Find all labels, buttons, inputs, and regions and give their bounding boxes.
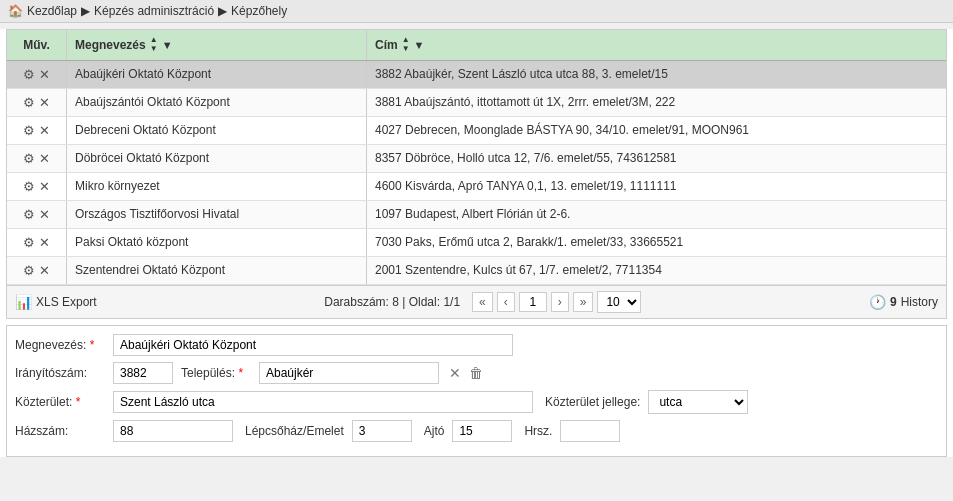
edit-icon[interactable]: ⚙	[23, 95, 35, 110]
row-actions: ⚙ ✕	[7, 257, 67, 284]
row-address: 4027 Debrecen, Moonglade BÁSTYA 90, 34/1…	[367, 117, 946, 144]
page-prev-button[interactable]: ‹	[497, 292, 515, 312]
street-input[interactable]	[113, 391, 533, 413]
filter-address-icon[interactable]: ▼	[414, 39, 425, 51]
breadcrumb-sep1: ▶	[81, 4, 90, 18]
edit-icon[interactable]: ⚙	[23, 67, 35, 82]
page-next-button[interactable]: ›	[551, 292, 569, 312]
edit-icon[interactable]: ⚙	[23, 263, 35, 278]
xls-icon: 📊	[15, 294, 32, 310]
breadcrumb-level2[interactable]: Képzőhely	[231, 4, 287, 18]
row-name: Abaújkéri Oktató Központ	[67, 61, 367, 88]
name-label: Megnevezés: *	[15, 338, 105, 352]
street-type-label: Közterület jellege:	[545, 395, 640, 409]
form-row-street: Közterület: * Közterület jellege: utca ú…	[15, 390, 938, 414]
data-table: Műv. Megnevezés ▲▼ ▼ Cím ▲▼ ▼ ⚙ ✕	[6, 29, 947, 319]
pagination-controls: Darabszám: 8 | Oldal: 1/1 « ‹ › » 10 20 …	[324, 291, 641, 313]
breadcrumb: 🏠 Kezdőlap ▶ Képzés adminisztráció ▶ Kép…	[0, 0, 953, 23]
filter-name-icon[interactable]: ▼	[162, 39, 173, 51]
door-input[interactable]	[452, 420, 512, 442]
street-label: Közterület: *	[15, 395, 105, 409]
delete-icon[interactable]: ✕	[39, 263, 50, 278]
city-delete-button[interactable]: 🗑	[467, 365, 485, 381]
col-header-address: Cím ▲▼ ▼	[367, 30, 946, 60]
row-actions: ⚙ ✕	[7, 117, 67, 144]
table-row[interactable]: ⚙ ✕ Debreceni Oktató Központ 4027 Debrec…	[7, 117, 946, 145]
name-input[interactable]	[113, 334, 513, 356]
row-name: Mikro környezet	[67, 173, 367, 200]
row-name: Országos Tisztifőorvosi Hivatal	[67, 201, 367, 228]
form-row-house: Házszám: Lépcsőház/Emelet Ajtó Hrsz.	[15, 420, 938, 442]
name-required: *	[90, 338, 95, 352]
table-row[interactable]: ⚙ ✕ Mikro környezet 4600 Kisvárda, Apró …	[7, 173, 946, 201]
row-actions: ⚙ ✕	[7, 201, 67, 228]
table-row[interactable]: ⚙ ✕ Döbröcei Oktató Központ 8357 Döbröce…	[7, 145, 946, 173]
xls-export-button[interactable]: 📊 XLS Export	[15, 294, 97, 310]
table-body: ⚙ ✕ Abaújkéri Oktató Központ 3882 Abaújk…	[7, 61, 946, 285]
sort-name-icon[interactable]: ▲▼	[150, 36, 158, 54]
history-icon: 🕐	[869, 294, 886, 310]
page-first-button[interactable]: «	[472, 292, 493, 312]
delete-icon[interactable]: ✕	[39, 151, 50, 166]
sort-address-icon[interactable]: ▲▼	[402, 36, 410, 54]
detail-form: Megnevezés: * Irányítószám: Település: *…	[6, 325, 947, 457]
city-action-icons: ✕ 🗑	[447, 365, 485, 381]
table-row[interactable]: ⚙ ✕ Országos Tisztifőorvosi Hivatal 1097…	[7, 201, 946, 229]
edit-icon[interactable]: ⚙	[23, 235, 35, 250]
delete-icon[interactable]: ✕	[39, 67, 50, 82]
floor-label: Lépcsőház/Emelet	[245, 424, 344, 438]
table-row[interactable]: ⚙ ✕ Szentendrei Oktató Központ 2001 Szen…	[7, 257, 946, 285]
delete-icon[interactable]: ✕	[39, 179, 50, 194]
col-address-label: Cím	[375, 38, 398, 52]
row-address: 3882 Abaújkér, Szent László utca utca 88…	[367, 61, 946, 88]
breadcrumb-home[interactable]: Kezdőlap	[27, 4, 77, 18]
edit-icon[interactable]: ⚙	[23, 151, 35, 166]
history-button[interactable]: 🕐 9 History	[869, 294, 938, 310]
house-input[interactable]	[113, 420, 233, 442]
form-row-name: Megnevezés: *	[15, 334, 938, 356]
house-label: Házszám:	[15, 424, 105, 438]
delete-icon[interactable]: ✕	[39, 235, 50, 250]
row-actions: ⚙ ✕	[7, 61, 67, 88]
row-name: Döbröcei Oktató Központ	[67, 145, 367, 172]
page-size-select[interactable]: 10 20 50	[597, 291, 641, 313]
edit-icon[interactable]: ⚙	[23, 207, 35, 222]
hrsz-input[interactable]	[560, 420, 620, 442]
page-last-button[interactable]: »	[573, 292, 594, 312]
hrsz-label: Hrsz.	[524, 424, 552, 438]
row-actions: ⚙ ✕	[7, 173, 67, 200]
xls-label: XLS Export	[36, 295, 97, 309]
row-actions: ⚙ ✕	[7, 89, 67, 116]
delete-icon[interactable]: ✕	[39, 123, 50, 138]
row-name: Paksi Oktató központ	[67, 229, 367, 256]
history-badge: 9	[890, 295, 897, 309]
floor-input[interactable]	[352, 420, 412, 442]
row-address: 7030 Paks, Erőmű utca 2, Barakk/1. emele…	[367, 229, 946, 256]
row-address: 2001 Szentendre, Kulcs út 67, 1/7. emele…	[367, 257, 946, 284]
table-header: Műv. Megnevezés ▲▼ ▼ Cím ▲▼ ▼	[7, 30, 946, 61]
history-label: History	[901, 295, 938, 309]
edit-icon[interactable]: ⚙	[23, 123, 35, 138]
table-row[interactable]: ⚙ ✕ Abaújszántói Oktató Központ 3881 Aba…	[7, 89, 946, 117]
city-input[interactable]	[259, 362, 439, 384]
city-clear-button[interactable]: ✕	[447, 365, 463, 381]
delete-icon[interactable]: ✕	[39, 95, 50, 110]
zip-label: Irányítószám:	[15, 366, 105, 380]
col-header-name: Megnevezés ▲▼ ▼	[67, 30, 367, 60]
table-row[interactable]: ⚙ ✕ Abaújkéri Oktató Központ 3882 Abaújk…	[7, 61, 946, 89]
breadcrumb-level1[interactable]: Képzés adminisztráció	[94, 4, 214, 18]
col-name-label: Megnevezés	[75, 38, 146, 52]
row-address: 3881 Abaújszántó, ittottamott út 1X, 2rr…	[367, 89, 946, 116]
page-number-input[interactable]	[519, 292, 547, 312]
row-actions: ⚙ ✕	[7, 229, 67, 256]
row-name: Szentendrei Oktató Központ	[67, 257, 367, 284]
street-type-select[interactable]: utca út tér köz sor	[648, 390, 748, 414]
row-address: 4600 Kisvárda, Apró TANYA 0,1, 13. emele…	[367, 173, 946, 200]
col-header-actions: Műv.	[7, 30, 67, 60]
zip-input[interactable]	[113, 362, 173, 384]
delete-icon[interactable]: ✕	[39, 207, 50, 222]
row-address: 1097 Budapest, Albert Flórián út 2-6.	[367, 201, 946, 228]
table-row[interactable]: ⚙ ✕ Paksi Oktató központ 7030 Paks, Erőm…	[7, 229, 946, 257]
edit-icon[interactable]: ⚙	[23, 179, 35, 194]
darabszam-label: Darabszám: 8 | Oldal: 1/1	[324, 295, 460, 309]
